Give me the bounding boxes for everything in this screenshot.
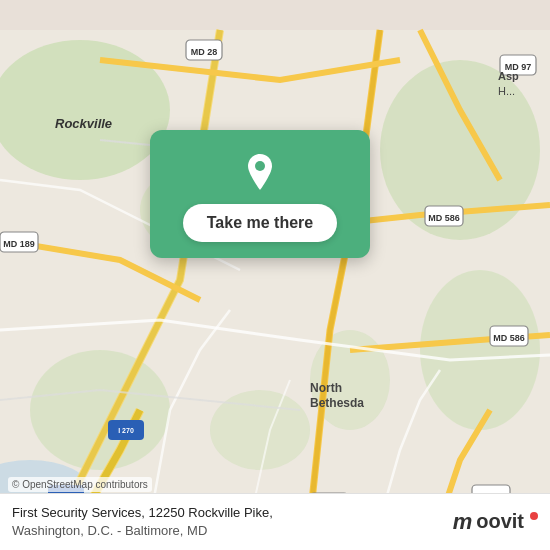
moovit-m-letter: m xyxy=(453,509,473,535)
svg-text:North: North xyxy=(310,381,342,395)
svg-text:Rockville: Rockville xyxy=(55,116,112,131)
moovit-logo: m oovit xyxy=(453,509,538,535)
attribution-text: © OpenStreetMap contributors xyxy=(12,479,148,490)
svg-text:MD 586: MD 586 xyxy=(428,213,460,223)
svg-text:I 270: I 270 xyxy=(118,427,134,434)
svg-text:MD 28: MD 28 xyxy=(191,47,218,57)
svg-point-32 xyxy=(255,161,265,171)
moovit-text: oovit xyxy=(476,510,524,533)
svg-point-4 xyxy=(30,350,170,470)
map-svg: MD 28 MD 97 MD 586 MD 586 MD 189 MD 355 … xyxy=(0,0,550,550)
map-container: MD 28 MD 97 MD 586 MD 586 MD 189 MD 355 … xyxy=(0,0,550,550)
moovit-dot xyxy=(530,512,538,520)
location-card: Take me there xyxy=(150,130,370,258)
take-me-there-button[interactable]: Take me there xyxy=(183,204,337,242)
address-line2: Washington, D.C. - Baltimore, MD xyxy=(12,522,273,540)
attribution: © OpenStreetMap contributors xyxy=(8,477,152,492)
address-section: First Security Services, 12250 Rockville… xyxy=(12,504,273,540)
svg-text:Asp: Asp xyxy=(498,70,519,82)
bottom-bar: First Security Services, 12250 Rockville… xyxy=(0,493,550,550)
svg-text:MD 586: MD 586 xyxy=(493,333,525,343)
address-line1: First Security Services, 12250 Rockville… xyxy=(12,504,273,522)
svg-text:H...: H... xyxy=(498,85,515,97)
svg-text:Bethesda: Bethesda xyxy=(310,396,364,410)
svg-text:MD 189: MD 189 xyxy=(3,239,35,249)
pin-icon xyxy=(238,150,282,194)
svg-point-3 xyxy=(420,270,540,430)
